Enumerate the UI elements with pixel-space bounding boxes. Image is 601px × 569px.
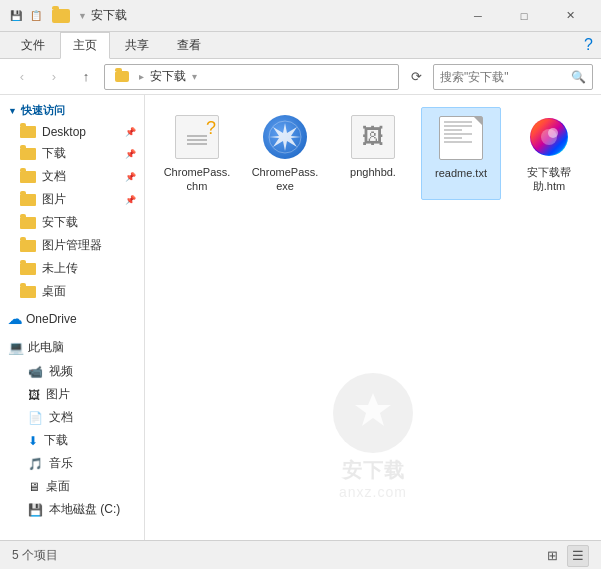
sidebar-drive-label: 本地磁盘 (C:) bbox=[49, 501, 120, 518]
forward-button[interactable]: › bbox=[40, 64, 68, 90]
sidebar-item-documents[interactable]: 文档 📌 bbox=[0, 165, 144, 188]
save-icon: 📋 bbox=[28, 8, 44, 24]
thispc-label: 此电脑 bbox=[28, 339, 64, 356]
search-box[interactable]: 🔍 bbox=[433, 64, 593, 90]
sidebar-desktop2-label: 桌面 bbox=[46, 478, 70, 495]
address-folder-icon bbox=[115, 71, 129, 82]
sidebar-item-desktopfolder[interactable]: 桌面 bbox=[0, 280, 144, 303]
folder-icon-unsync bbox=[20, 263, 36, 275]
window-controls: ─ □ ✕ bbox=[455, 0, 593, 32]
sidebar-item-documents-label: 文档 bbox=[42, 168, 66, 185]
file-item-txt[interactable]: readme.txt bbox=[421, 107, 501, 200]
sidebar-item-desktop[interactable]: Desktop 📌 bbox=[0, 122, 144, 142]
sidebar-item-downloads[interactable]: 下载 📌 bbox=[0, 142, 144, 165]
address-chevron-icon: ▾ bbox=[192, 71, 197, 82]
folder-icon-documents bbox=[20, 171, 36, 183]
tab-view[interactable]: 查看 bbox=[164, 32, 214, 58]
quick-access-arrow: ▼ bbox=[8, 106, 17, 116]
drive-icon: 💾 bbox=[28, 503, 43, 517]
quick-access-header[interactable]: ▼ 快速访问 bbox=[0, 99, 144, 122]
png-icon: 🖼 bbox=[349, 113, 397, 161]
sidebar-item-desktopfolder-label: 桌面 bbox=[42, 283, 66, 300]
up-button[interactable]: ↑ bbox=[72, 64, 100, 90]
refresh-button[interactable]: ⟳ bbox=[403, 64, 429, 90]
tab-file[interactable]: 文件 bbox=[8, 32, 58, 58]
folder-icon-downloads bbox=[20, 148, 36, 160]
question-mark-icon: ? bbox=[206, 118, 216, 139]
computer-icon: 💻 bbox=[8, 340, 24, 355]
help-button[interactable]: ? bbox=[584, 36, 593, 58]
chm-icon: ? bbox=[173, 113, 221, 161]
htm-icon-inner bbox=[530, 118, 568, 156]
search-icon: 🔍 bbox=[571, 70, 586, 84]
file-label-png: pnghhbd. bbox=[350, 165, 396, 179]
quick-access-icon: 💾 bbox=[8, 8, 24, 24]
sidebar-item-anxz[interactable]: 安下载 bbox=[0, 211, 144, 234]
title-dropdown-arrow: ▼ bbox=[78, 11, 87, 21]
sidebar-item-music[interactable]: 🎵 音乐 bbox=[0, 452, 144, 475]
htm-icon bbox=[525, 113, 573, 161]
file-label-txt: readme.txt bbox=[435, 166, 487, 180]
watermark-sub: anxz.com bbox=[339, 484, 407, 500]
close-button[interactable]: ✕ bbox=[547, 0, 593, 32]
pin-icon-documents: 📌 bbox=[125, 172, 136, 182]
download-icon: ⬇ bbox=[28, 434, 38, 448]
status-bar: 5 个项目 ⊞ ☰ bbox=[0, 540, 601, 569]
pin-icon-pictures: 📌 bbox=[125, 195, 136, 205]
pin-icon-desktop: 📌 bbox=[125, 127, 136, 137]
sidebar-item-imgmgr[interactable]: 图片管理器 bbox=[0, 234, 144, 257]
minimize-button[interactable]: ─ bbox=[455, 0, 501, 32]
title-bar: 💾 📋 ▼ 安下载 ─ □ ✕ bbox=[0, 0, 601, 32]
list-view-button[interactable]: ☰ bbox=[567, 545, 589, 567]
folder-icon-desktopfolder bbox=[20, 286, 36, 298]
sidebar-music-label: 音乐 bbox=[49, 455, 73, 472]
sidebar-item-video[interactable]: 📹 视频 bbox=[0, 360, 144, 383]
maximize-button[interactable]: □ bbox=[501, 0, 547, 32]
file-item-htm[interactable]: 安下载帮助.htm bbox=[509, 107, 589, 200]
sidebar-item-desktop2[interactable]: 🖥 桌面 bbox=[0, 475, 144, 498]
ribbon-tabs: 文件 主页 共享 查看 ? bbox=[0, 32, 601, 58]
sidebar-video-label: 视频 bbox=[49, 363, 73, 380]
sidebar-doc-label: 文档 bbox=[49, 409, 73, 426]
content-area: 安下载 anxz.com ? ChromePass.chm bbox=[145, 95, 601, 540]
tab-home[interactable]: 主页 bbox=[60, 32, 110, 59]
file-grid: ? ChromePass.chm bbox=[157, 107, 589, 200]
sidebar-item-anxz-label: 安下载 bbox=[42, 214, 78, 231]
file-item-png[interactable]: 🖼 pnghhbd. bbox=[333, 107, 413, 200]
address-box[interactable]: ▸ 安下载 ▾ bbox=[104, 64, 399, 90]
grid-view-button[interactable]: ⊞ bbox=[541, 545, 563, 567]
breadcrumb-separator: ▸ bbox=[139, 71, 144, 82]
file-label-htm: 安下载帮助.htm bbox=[513, 165, 585, 194]
sidebar-item-imgmgr-label: 图片管理器 bbox=[42, 237, 102, 254]
watermark-logo bbox=[333, 373, 413, 453]
search-input[interactable] bbox=[440, 70, 567, 84]
txt-icon bbox=[437, 114, 485, 162]
onedrive-header[interactable]: ☁ OneDrive bbox=[0, 307, 144, 331]
folder-icon-desktop bbox=[20, 126, 36, 138]
picture-icon: 🖼 bbox=[28, 388, 40, 402]
tab-share[interactable]: 共享 bbox=[112, 32, 162, 58]
title-bar-icons: 💾 📋 ▼ bbox=[8, 8, 87, 24]
sidebar-item-unsync[interactable]: 未上传 bbox=[0, 257, 144, 280]
file-item-chm[interactable]: ? ChromePass.chm bbox=[157, 107, 237, 200]
sidebar-item-pictures[interactable]: 图片 📌 bbox=[0, 188, 144, 211]
window-title: 安下载 bbox=[91, 7, 455, 24]
sidebar-item-dl[interactable]: ⬇ 下载 bbox=[0, 429, 144, 452]
file-item-exe[interactable]: ChromePass.exe bbox=[245, 107, 325, 200]
desktop-icon: 🖥 bbox=[28, 480, 40, 494]
svg-point-0 bbox=[345, 385, 401, 441]
pin-icon-downloads: 📌 bbox=[125, 149, 136, 159]
exe-icon bbox=[261, 113, 309, 161]
sidebar-item-doc[interactable]: 📄 文档 bbox=[0, 406, 144, 429]
back-button[interactable]: ‹ bbox=[8, 64, 36, 90]
address-bar: ‹ › ↑ ▸ 安下载 ▾ ⟳ 🔍 bbox=[0, 59, 601, 95]
thispc-header[interactable]: 💻 此电脑 bbox=[0, 335, 144, 360]
music-icon: 🎵 bbox=[28, 457, 43, 471]
sidebar-item-drive[interactable]: 💾 本地磁盘 (C:) bbox=[0, 498, 144, 521]
sidebar-item-unsync-label: 未上传 bbox=[42, 260, 78, 277]
breadcrumb-label: 安下载 bbox=[150, 68, 186, 85]
sidebar-item-pic[interactable]: 🖼 图片 bbox=[0, 383, 144, 406]
sidebar-item-downloads-label: 下载 bbox=[42, 145, 66, 162]
sidebar-pic-label: 图片 bbox=[46, 386, 70, 403]
cloud-icon: ☁ bbox=[8, 311, 22, 327]
